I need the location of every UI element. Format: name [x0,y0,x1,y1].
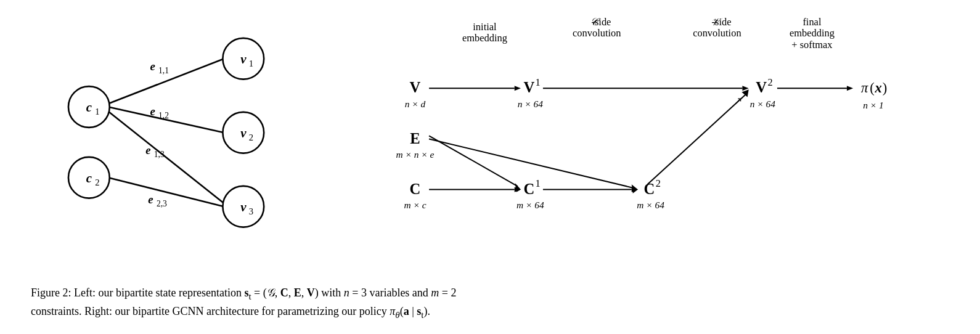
svg-text:m × c: m × c [404,200,426,210]
svg-text:V: V [523,79,534,96]
svg-text:e: e [145,144,150,157]
svg-text:1,3: 1,3 [154,150,165,159]
page: e 1,1 e 1,2 e 1,3 e 2,3 c [0,0,980,334]
svg-text:1: 1 [249,59,253,68]
svg-text:-side: -side [591,16,611,28]
svg-text:v: v [240,52,247,67]
svg-line-52 [647,95,745,185]
svg-line-6 [108,112,224,203]
svg-text:(: ( [870,80,875,96]
svg-text:n × 1: n × 1 [863,100,883,110]
svg-text:C: C [523,181,534,197]
svg-text:x: x [875,80,882,96]
top-section: e 1,1 e 1,2 e 1,3 e 2,3 c [25,12,955,280]
svg-marker-53 [741,89,748,97]
svg-text:n × d: n × d [405,99,426,109]
svg-text:n × 64: n × 64 [750,99,775,109]
svg-text:2: 2 [768,76,773,88]
svg-text:↗: ↗ [734,95,742,107]
figure-caption: Figure 2: Left: our bipartite state repr… [25,285,955,322]
right-diagram: initial embedding 𝒞 -side convolution 𝒱 … [321,12,955,246]
svg-text:2: 2 [95,177,99,187]
svg-line-50 [429,136,518,186]
svg-text:2: 2 [249,132,253,142]
svg-text:embedding: embedding [790,27,835,39]
svg-text:c: c [86,100,92,115]
svg-marker-39 [515,86,521,91]
svg-text:v: v [240,200,247,214]
svg-text:π: π [861,80,868,96]
svg-text:C: C [644,181,655,197]
svg-text:V: V [756,79,767,96]
svg-text:C: C [410,181,421,197]
svg-text:m × 64: m × 64 [517,200,544,210]
svg-marker-49 [632,184,638,193]
left-graph: e 1,1 e 1,2 e 1,3 e 2,3 c [25,12,321,246]
svg-text:1,2: 1,2 [158,111,169,120]
svg-text:convolution: convolution [573,27,621,39]
svg-text:m × n × e: m × n × e [396,149,435,160]
svg-text:convolution: convolution [693,27,741,39]
svg-text:): ) [883,80,888,96]
svg-text:-side: -side [712,16,732,28]
svg-text:embedding: embedding [462,32,507,44]
svg-text:m × 64: m × 64 [637,200,664,210]
svg-text:1: 1 [95,107,99,116]
caption-text: Figure 2: Left: our bipartite state repr… [31,287,457,317]
svg-text:initial: initial [473,21,497,33]
svg-marker-43 [847,86,853,91]
svg-text:e: e [150,105,155,118]
svg-text:v: v [240,126,247,141]
svg-text:1: 1 [536,177,541,189]
svg-text:n × 64: n × 64 [518,99,543,109]
svg-line-0 [108,59,224,104]
svg-text:1,1: 1,1 [158,66,169,75]
svg-text:e: e [150,60,155,73]
svg-text:c: c [86,171,92,185]
svg-text:2: 2 [656,177,661,189]
svg-text:2,3: 2,3 [157,199,167,208]
svg-text:1: 1 [536,76,541,88]
svg-text:E: E [410,130,420,147]
svg-text:e: e [148,193,153,206]
svg-text:+ softmax: + softmax [791,39,833,51]
svg-text:3: 3 [249,206,253,216]
svg-text:V: V [410,79,421,96]
svg-text:final: final [802,16,822,28]
